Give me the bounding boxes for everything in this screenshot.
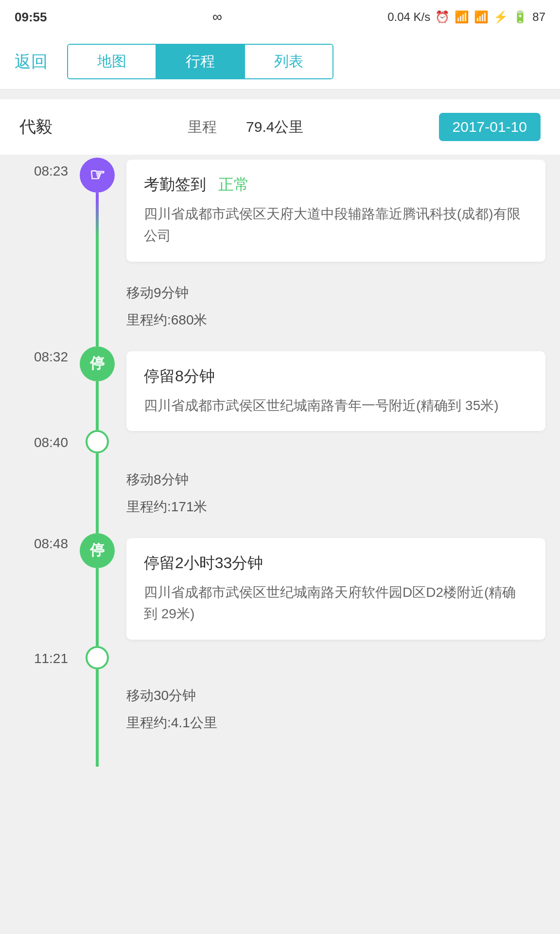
stop-node-1-end [86,430,109,453]
stop-addr-2: 四川省成都市武侯区世纪城南路天府软件园D区D2楼附近(精确到 29米) [144,582,528,626]
event-stop-2: 08:48 11:21 停 停留2小时33分钟 四川省成都市武侯区世纪城南路天府… [0,533,560,669]
info-bar: 代毅 里程 79.4公里 2017-01-10 [0,99,560,155]
distance-value: 79.4公里 [246,117,303,137]
status-right: 0.04 K/s ⏰ 📶 📶 ⚡ 🔋 87 [387,10,545,24]
tab-map[interactable]: 地图 [68,45,157,78]
time-0823: 08:23 [34,163,68,179]
checkin-node: ☞ [80,158,115,193]
move-3: 移动30分钟 里程约:4.1公里 [0,669,560,767]
stop-card-2: 停留2小时33分钟 四川省成都市武侯区世纪城南路天府软件园D区D2楼附近(精确到… [126,538,545,640]
checkin-title: 考勤签到 正常 [144,174,528,196]
move-duration-3: 移动30分钟 [126,682,545,709]
network-speed: 0.04 K/s [387,10,430,24]
status-bar: 09:55 ∞ 0.04 K/s ⏰ 📶 📶 ⚡ 🔋 87 [0,0,560,34]
top-nav: 返回 地图 行程 列表 [0,34,560,90]
date-badge: 2017-01-10 [439,113,541,141]
event-checkin: 08:23 ☞ 考勤签到 正常 四川省成都市武侯区天府大道中段辅路靠近腾讯科技(… [0,155,560,267]
move-card-1: 移动9分钟 里程约:680米 [126,274,545,339]
status-time: 09:55 [15,10,47,25]
move-duration-2: 移动8分钟 [126,466,545,493]
time-1121: 11:21 [34,651,68,666]
stop-title-1: 停留8分钟 [144,366,528,387]
status-infinite-icon: ∞ [212,9,222,25]
move-distance-2: 里程约:171米 [126,493,545,521]
fingerprint-icon: ☞ [89,165,105,185]
battery-level: 87 [532,10,545,24]
tab-list[interactable]: 列表 [245,45,332,78]
stop-node-1: 停 [80,346,115,381]
move-card-3: 移动30分钟 里程约:4.1公里 [126,677,545,741]
battery-icon: 🔋 [513,10,527,24]
back-button[interactable]: 返回 [15,51,48,73]
checkin-status: 正常 [218,176,249,193]
move-2: 移动8分钟 里程约:171米 [0,453,560,533]
time-0832: 08:32 [34,349,68,365]
stop-card-col-2: 停留2小时33分钟 四川省成都市武侯区世纪城南路天府软件园D区D2楼附近(精确到… [117,533,560,669]
time-0840: 08:40 [34,435,68,450]
move-duration-1: 移动9分钟 [126,279,545,306]
stop-card-1: 停留8分钟 四川省成都市武侯区世纪城南路青年一号附近(精确到 35米) [126,351,545,431]
stop-addr-1: 四川省成都市武侯区世纪城南路青年一号附近(精确到 35米) [144,395,528,417]
event-stop-1: 08:32 08:40 停 停留8分钟 四川省成都市武侯区世纪城南路青年一号附近… [0,346,560,453]
tab-trip[interactable]: 行程 [157,45,245,78]
tab-group: 地图 行程 列表 [67,44,333,79]
time-0848: 08:48 [34,536,68,552]
wifi-icon: 📶 [455,10,469,24]
checkin-address: 四川省成都市武侯区天府大道中段辅路靠近腾讯科技(成都)有限公司 [144,203,528,247]
signal-icon: 📶 [474,10,489,24]
timeline-container: 08:23 ☞ 考勤签到 正常 四川省成都市武侯区天府大道中段辅路靠近腾讯科技(… [0,155,560,796]
stop-node-2-end [86,646,109,669]
move-distance-3: 里程约:4.1公里 [126,709,545,736]
move-distance-1: 里程约:680米 [126,306,545,334]
clock-icon: ⏰ [435,10,450,24]
stop-title-2: 停留2小时33分钟 [144,553,528,574]
move-1: 移动9分钟 里程约:680米 [0,267,560,346]
checkin-card-col: 考勤签到 正常 四川省成都市武侯区天府大道中段辅路靠近腾讯科技(成都)有限公司 [117,155,560,267]
stop-node-2: 停 [80,533,115,568]
distance-label: 里程 [188,117,217,137]
move-card-2: 移动8分钟 里程约:171米 [126,461,545,525]
lightning-icon: ⚡ [493,10,508,24]
checkin-card: 考勤签到 正常 四川省成都市武侯区天府大道中段辅路靠近腾讯科技(成都)有限公司 [126,160,545,262]
driver-name: 代毅 [19,116,52,138]
stop-card-col-1: 停留8分钟 四川省成都市武侯区世纪城南路青年一号附近(精确到 35米) [117,346,560,453]
